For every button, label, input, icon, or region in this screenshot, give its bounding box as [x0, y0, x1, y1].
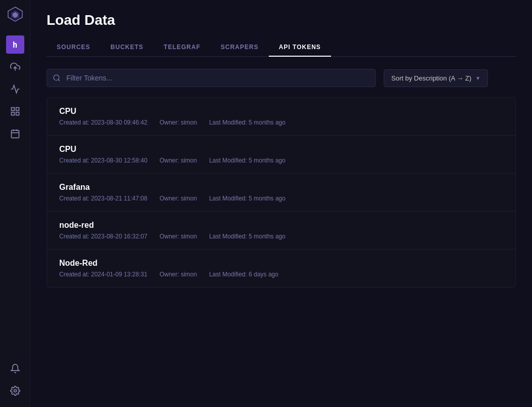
search-icon — [53, 74, 61, 82]
tab-scrapers[interactable]: SCRAPERS — [211, 38, 269, 57]
settings-icon — [10, 386, 20, 396]
token-owner: Owner: simon — [159, 157, 197, 164]
token-owner: Owner: simon — [159, 195, 197, 202]
token-item[interactable]: CPU Created at: 2023-08-30 09:46:42 Owne… — [47, 98, 515, 136]
token-name: node-red — [59, 221, 503, 230]
svg-rect-7 — [16, 112, 19, 115]
bell-icon — [10, 363, 20, 374]
token-list: CPU Created at: 2023-08-30 09:46:42 Owne… — [47, 97, 516, 288]
chart-icon — [10, 84, 20, 94]
token-last-modified: Last Modified: 5 months ago — [209, 157, 285, 164]
token-item[interactable]: Node-Red Created at: 2024-01-09 13:28:31… — [47, 250, 515, 287]
token-meta: Created at: 2023-08-21 11:47:08 Owner: s… — [59, 195, 503, 202]
token-owner: Owner: simon — [159, 119, 197, 126]
svg-rect-4 — [11, 108, 14, 111]
svg-rect-5 — [16, 108, 19, 111]
search-input[interactable] — [47, 69, 376, 87]
token-name: CPU — [59, 145, 503, 154]
home-icon: h — [13, 40, 18, 50]
svg-line-14 — [58, 79, 60, 81]
sidebar: h — [0, 0, 30, 407]
tab-api-tokens[interactable]: API TOKENS — [269, 38, 331, 57]
token-last-modified: Last Modified: 5 months ago — [209, 119, 285, 126]
token-item[interactable]: Grafana Created at: 2023-08-21 11:47:08 … — [47, 174, 515, 212]
sort-label: Sort by Description (A → Z) — [391, 74, 471, 82]
search-wrapper — [47, 69, 376, 87]
tab-buckets[interactable]: BUCKETS — [100, 38, 153, 57]
svg-rect-8 — [11, 130, 19, 138]
token-created-at: Created at: 2024-01-09 13:28:31 — [59, 271, 147, 278]
token-created-at: Created at: 2023-08-20 16:32:07 — [59, 233, 147, 240]
token-owner: Owner: simon — [159, 233, 197, 240]
page-header: Load Data SOURCES BUCKETS TELEGRAF SCRAP… — [30, 0, 532, 57]
sidebar-item-home[interactable]: h — [6, 35, 24, 54]
token-meta: Created at: 2023-08-30 12:58:40 Owner: s… — [59, 157, 503, 164]
tab-sources[interactable]: SOURCES — [47, 38, 100, 57]
chevron-down-icon: ▼ — [475, 75, 480, 81]
token-last-modified: Last Modified: 5 months ago — [209, 195, 285, 202]
token-owner: Owner: simon — [159, 271, 197, 278]
token-created-at: Created at: 2023-08-30 09:46:42 — [59, 119, 147, 126]
sidebar-item-calendar[interactable] — [6, 125, 24, 143]
upload-icon — [10, 62, 20, 72]
token-last-modified: Last Modified: 5 months ago — [209, 233, 285, 240]
app-logo[interactable] — [6, 5, 24, 23]
token-name: CPU — [59, 107, 503, 116]
dashboard-icon — [10, 106, 20, 116]
sidebar-item-dashboard[interactable] — [6, 102, 24, 120]
token-name: Node-Red — [59, 259, 503, 268]
token-item[interactable]: CPU Created at: 2023-08-30 12:58:40 Owne… — [47, 136, 515, 174]
token-meta: Created at: 2023-08-30 09:46:42 Owner: s… — [59, 119, 503, 126]
token-created-at: Created at: 2023-08-30 12:58:40 — [59, 157, 147, 164]
sidebar-item-upload[interactable] — [6, 58, 24, 76]
token-meta: Created at: 2024-01-09 13:28:31 Owner: s… — [59, 271, 503, 278]
svg-rect-6 — [11, 112, 14, 115]
toolbar: Sort by Description (A → Z) ▼ — [47, 69, 516, 87]
sort-dropdown[interactable]: Sort by Description (A → Z) ▼ — [384, 69, 488, 87]
token-meta: Created at: 2023-08-20 16:32:07 Owner: s… — [59, 233, 503, 240]
sidebar-item-bell[interactable] — [6, 359, 24, 378]
sidebar-item-settings[interactable] — [6, 382, 24, 400]
tab-bar: SOURCES BUCKETS TELEGRAF SCRAPERS API TO… — [47, 38, 516, 57]
sidebar-item-chart[interactable] — [6, 80, 24, 98]
tab-telegraf[interactable]: TELEGRAF — [153, 38, 211, 57]
calendar-icon — [10, 129, 20, 139]
token-name: Grafana — [59, 183, 503, 192]
page-title: Load Data — [47, 12, 516, 28]
content-area: Sort by Description (A → Z) ▼ CPU Create… — [30, 57, 532, 407]
token-created-at: Created at: 2023-08-21 11:47:08 — [59, 195, 147, 202]
main-content: Load Data SOURCES BUCKETS TELEGRAF SCRAP… — [30, 0, 532, 407]
svg-point-12 — [14, 390, 16, 392]
token-last-modified: Last Modified: 6 days ago — [209, 271, 278, 278]
token-item[interactable]: node-red Created at: 2023-08-20 16:32:07… — [47, 212, 515, 250]
svg-point-13 — [54, 75, 59, 80]
